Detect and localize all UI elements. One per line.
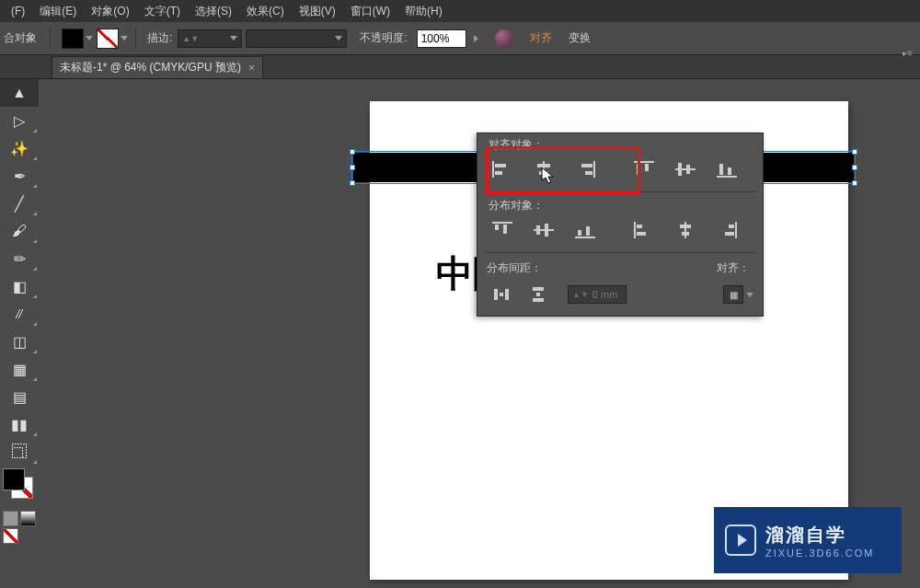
distribute-bottom-button[interactable] xyxy=(570,217,601,243)
close-tab-icon[interactable]: × xyxy=(248,62,255,75)
fill-color-swatch[interactable] xyxy=(3,468,25,490)
opacity-value: 100% xyxy=(421,32,450,45)
slice-tool[interactable]: ⿹ xyxy=(0,438,39,466)
align-to-label: 对齐： xyxy=(717,260,750,276)
spacing-value: 0 mm xyxy=(592,289,618,300)
resize-handle[interactable] xyxy=(852,180,857,186)
align-buttons-row xyxy=(477,155,763,190)
menu-help[interactable]: 帮助(H) xyxy=(397,4,450,19)
divider xyxy=(485,252,755,253)
opacity-slider-icon[interactable] xyxy=(474,35,478,42)
align-right-button[interactable] xyxy=(570,156,601,182)
selection-tool[interactable]: ▲ xyxy=(0,79,39,107)
watermark-title: 溜溜自学 xyxy=(765,523,874,548)
menu-window[interactable]: 窗口(W) xyxy=(343,4,397,19)
distribute-buttons-row xyxy=(477,215,763,250)
watermark: 溜溜自学 ZIXUE.3D66.COM xyxy=(714,507,902,573)
line-icon: ╱ xyxy=(15,195,24,213)
align-hcenter-button[interactable] xyxy=(528,156,558,182)
chevron-down-icon[interactable] xyxy=(746,293,753,297)
draw-mode-buttons xyxy=(0,508,39,547)
divider xyxy=(135,28,136,50)
chart-icon: ▮▮ xyxy=(11,416,28,433)
pen-tool[interactable]: ✒ xyxy=(0,162,39,190)
paintbrush-tool[interactable]: 🖌 xyxy=(0,217,39,245)
align-top-button[interactable] xyxy=(628,156,659,182)
selection-target: 合对象 xyxy=(4,30,37,46)
opacity-label: 不透明度: xyxy=(360,30,407,46)
pen-icon: ✒ xyxy=(14,167,26,185)
align-to-dropdown[interactable]: ▦ xyxy=(723,285,743,304)
direct-selection-tool[interactable]: ▷ xyxy=(0,107,39,134)
align-left-button[interactable] xyxy=(487,156,517,182)
pencil-icon: ✏ xyxy=(14,250,26,268)
distribute-right-button[interactable] xyxy=(712,217,742,243)
distribute-vspacing-button[interactable] xyxy=(523,282,555,307)
pencil-tool[interactable]: ✏ xyxy=(0,245,39,272)
shapebuilder-icon: ◫ xyxy=(13,333,27,351)
panel-menu-icon[interactable]: ▸≡ xyxy=(903,48,913,58)
stroke-swatch-none[interactable] xyxy=(97,29,119,49)
fill-swatch[interactable] xyxy=(62,29,84,49)
resize-handle[interactable] xyxy=(852,149,857,155)
menu-select[interactable]: 选择(S) xyxy=(188,4,239,19)
slice-icon: ⿹ xyxy=(12,444,27,460)
color-mode-button[interactable] xyxy=(3,511,18,526)
column-graph-tool[interactable]: ▮▮ xyxy=(0,410,39,438)
stroke-label: 描边: xyxy=(147,30,172,46)
gradient-tool[interactable]: ▤ xyxy=(0,383,39,410)
align-panel: 对齐对象： 分布对象： xyxy=(477,133,764,317)
distribute-left-button[interactable] xyxy=(628,217,659,243)
stroke-dropdown-icon[interactable] xyxy=(121,36,128,40)
magic-wand-tool[interactable]: ✨ xyxy=(0,134,39,162)
width-tool[interactable]: ⫽ xyxy=(0,300,39,328)
menu-bar: (F) 编辑(E) 对象(O) 文字(T) 选择(S) 效果(C) 视图(V) … xyxy=(0,0,920,22)
eraser-tool[interactable]: ◧ xyxy=(0,272,39,300)
document-tab-title: 未标题-1* @ 64% (CMYK/GPU 预览) xyxy=(60,60,241,75)
spacing-label: 分布间距： xyxy=(487,260,542,276)
resize-handle[interactable] xyxy=(350,149,355,155)
menu-type[interactable]: 文字(T) xyxy=(137,4,188,19)
brush-definition-dropdown[interactable] xyxy=(246,29,347,48)
spacing-controls: ▲▼ 0 mm ▦ xyxy=(477,282,763,313)
gradient-mode-button[interactable] xyxy=(20,511,36,526)
distribute-hspacing-button[interactable] xyxy=(487,282,518,307)
perspective-grid-tool[interactable]: ▦ xyxy=(0,355,39,383)
chevron-down-icon xyxy=(230,36,237,40)
transform-link[interactable]: 变换 xyxy=(569,30,591,46)
line-tool[interactable]: ╱ xyxy=(0,190,39,217)
align-link[interactable]: 对齐 xyxy=(530,30,552,46)
eraser-icon: ◧ xyxy=(13,278,27,295)
menu-effect[interactable]: 效果(C) xyxy=(239,4,292,19)
shape-builder-tool[interactable]: ◫ xyxy=(0,328,39,355)
spacing-value-input[interactable]: ▲▼ 0 mm xyxy=(568,285,627,304)
resize-handle[interactable] xyxy=(350,165,355,170)
wand-icon: ✨ xyxy=(10,140,29,157)
distribute-vcenter-button[interactable] xyxy=(528,217,558,243)
fill-stroke-swatches[interactable] xyxy=(0,466,39,508)
chevron-down-icon xyxy=(335,36,342,40)
distribute-top-button[interactable] xyxy=(487,217,517,243)
menu-object[interactable]: 对象(O) xyxy=(84,4,136,19)
brush-icon: 🖌 xyxy=(12,223,27,239)
width-icon: ⫽ xyxy=(12,306,27,322)
fill-dropdown-icon[interactable] xyxy=(86,36,93,40)
cursor-icon: ▲ xyxy=(12,85,27,101)
canvas-area[interactable]: 中国好歌曲 对齐对象： xyxy=(52,79,920,588)
menu-file[interactable]: (F) xyxy=(4,5,32,17)
menu-edit[interactable]: 编辑(E) xyxy=(32,4,84,19)
divider xyxy=(485,191,755,192)
none-mode-button[interactable] xyxy=(3,528,18,544)
align-bottom-button[interactable] xyxy=(712,156,742,182)
style-indicator-icon[interactable] xyxy=(495,29,513,48)
align-vcenter-button[interactable] xyxy=(670,156,700,182)
document-tab[interactable]: 未标题-1* @ 64% (CMYK/GPU 预览) × xyxy=(52,56,263,78)
stroke-weight-field[interactable]: ▲▼ xyxy=(178,29,242,48)
resize-handle[interactable] xyxy=(350,180,355,186)
resize-handle[interactable] xyxy=(852,165,857,170)
menu-view[interactable]: 视图(V) xyxy=(292,4,343,19)
opacity-input[interactable]: 100% xyxy=(417,29,466,48)
document-tab-bar: 未标题-1* @ 64% (CMYK/GPU 预览) × xyxy=(0,55,920,79)
distribute-hcenter-button[interactable] xyxy=(670,217,700,243)
distribute-section-label: 分布对象： xyxy=(477,194,763,215)
